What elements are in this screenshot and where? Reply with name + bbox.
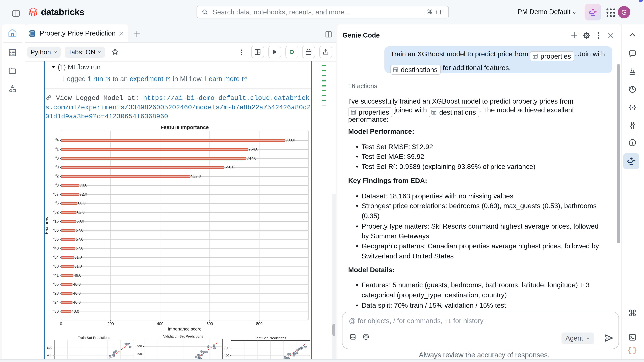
svg-text:Features: Features: [44, 217, 49, 234]
svg-text:500: 500: [136, 345, 142, 348]
svg-text:Importance score: Importance score: [168, 327, 202, 332]
svg-text:f37: f37: [53, 192, 59, 196]
svg-text:46.0: 46.0: [73, 300, 81, 305]
svg-text:51.0: 51.0: [74, 255, 82, 259]
svg-text:49.0: 49.0: [74, 273, 81, 278]
svg-text:57.0: 57.0: [76, 246, 83, 250]
svg-text:51.0: 51.0: [74, 264, 82, 269]
svg-text:60.0: 60.0: [77, 219, 84, 223]
svg-text:400: 400: [157, 322, 163, 326]
svg-text:57.0: 57.0: [76, 237, 83, 242]
svg-text:500: 500: [224, 346, 229, 350]
svg-text:f52: f52: [53, 210, 59, 214]
svg-text:f30: f30: [53, 309, 59, 314]
svg-text:Validation Set Predictions: Validation Set Predictions: [163, 334, 203, 338]
svg-text:754.0: 754.0: [248, 147, 258, 151]
svg-text:72.0: 72.0: [80, 192, 87, 196]
svg-text:66.0: 66.0: [78, 201, 86, 205]
svg-text:f0: f0: [56, 165, 59, 169]
svg-text:46.0: 46.0: [73, 282, 81, 286]
svg-text:747.0: 747.0: [247, 156, 256, 160]
svg-text:f41: f41: [53, 273, 59, 278]
svg-text:800: 800: [256, 322, 262, 326]
svg-text:Test Set Predictions: Test Set Predictions: [255, 336, 286, 340]
svg-text:Train Set Predictions: Train Set Predictions: [78, 336, 110, 340]
svg-text:600: 600: [206, 322, 213, 326]
svg-text:f3: f3: [56, 156, 59, 160]
svg-text:46.0: 46.0: [73, 291, 81, 296]
svg-text:f28: f28: [53, 291, 59, 296]
svg-text:x: x: [632, 106, 633, 109]
svg-text:400: 400: [224, 354, 229, 357]
svg-text:f16: f16: [53, 219, 59, 223]
svg-text:62.0: 62.0: [77, 210, 85, 214]
svg-text:40.0: 40.0: [72, 309, 79, 314]
svg-text:57.0: 57.0: [76, 228, 83, 232]
svg-text:903.0: 903.0: [286, 138, 295, 142]
svg-text:f8: f8: [56, 183, 59, 187]
svg-text:f6: f6: [56, 201, 59, 205]
svg-text:f60: f60: [53, 264, 59, 269]
svg-text:400: 400: [136, 352, 142, 356]
svg-text:f1: f1: [56, 147, 59, 151]
svg-text:658.0: 658.0: [225, 165, 234, 169]
svg-text:f24: f24: [53, 300, 59, 305]
svg-text:f66: f66: [53, 282, 59, 286]
svg-text:f2: f2: [56, 174, 59, 178]
svg-text:Feature Importance: Feature Importance: [160, 126, 209, 130]
svg-text:0: 0: [60, 322, 62, 326]
svg-text:200: 200: [107, 322, 114, 326]
svg-text:f64: f64: [53, 255, 59, 259]
svg-text:f65: f65: [53, 228, 59, 232]
svg-text:73.0: 73.0: [80, 183, 88, 187]
svg-text:400: 400: [47, 353, 52, 357]
svg-text:500: 500: [47, 346, 52, 350]
svg-text:f40: f40: [53, 246, 59, 250]
svg-text:522.0: 522.0: [191, 174, 201, 178]
svg-text:f4: f4: [56, 138, 59, 142]
svg-text:f56: f56: [53, 237, 59, 242]
